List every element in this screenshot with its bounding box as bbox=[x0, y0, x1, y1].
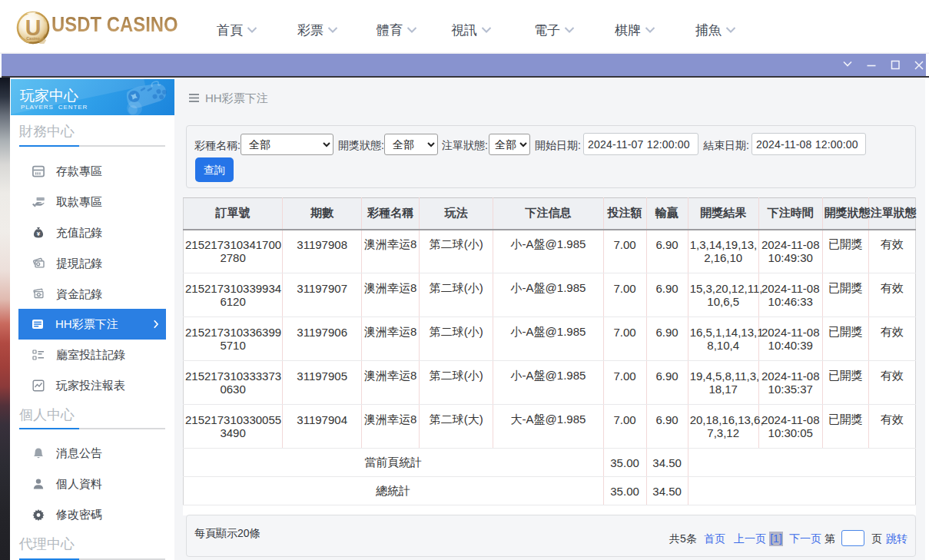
svg-text:Casino: Casino bbox=[26, 36, 40, 41]
svg-text:¥: ¥ bbox=[37, 230, 41, 237]
